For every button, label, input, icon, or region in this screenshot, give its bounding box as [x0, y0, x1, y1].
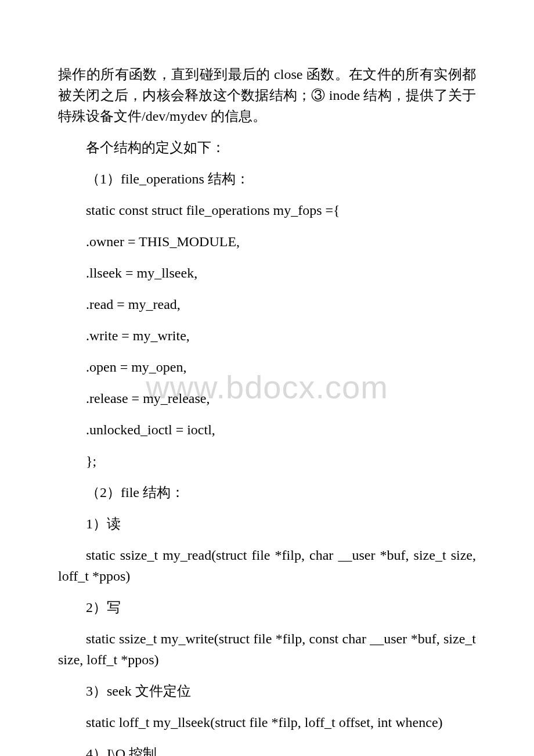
code-line: static ssize_t my_read(struct file *filp…	[58, 545, 476, 586]
code-line: static ssize_t my_write(struct file *fil…	[58, 628, 476, 670]
document-page: www.bdocx.com 操作的所有函数，直到碰到最后的 close 函数。在…	[0, 0, 534, 756]
code-text: static ssize_t my_write(struct file *fil…	[58, 631, 476, 667]
subheading: 1）读	[58, 513, 476, 534]
section-heading: （2）file 结构：	[58, 482, 476, 503]
code-line: .llseek = my_llseek,	[58, 262, 476, 283]
code-line: .release = my_release,	[58, 388, 476, 409]
subheading: 3）seek 文件定位	[58, 681, 476, 701]
code-line: .write = my_write,	[58, 325, 476, 346]
code-line: static loff_t my_llseek(struct file *fil…	[58, 712, 476, 733]
paragraph: 各个结构的定义如下：	[58, 137, 476, 158]
subheading: 4）I\O 控制	[58, 743, 476, 756]
code-line: static const struct file_operations my_f…	[58, 200, 476, 221]
subheading: 2）写	[58, 597, 476, 618]
code-text: static ssize_t my_read(struct file *filp…	[58, 548, 476, 584]
section-heading: （1）file_operations 结构：	[58, 168, 476, 189]
code-line: .owner = THIS_MODULE,	[58, 231, 476, 252]
code-line: .read = my_read,	[58, 294, 476, 315]
paragraph: 操作的所有函数，直到碰到最后的 close 函数。在文件的所有实例都被关闭之后，…	[58, 64, 476, 127]
document-body: 操作的所有函数，直到碰到最后的 close 函数。在文件的所有实例都被关闭之后，…	[58, 64, 476, 756]
code-line: };	[58, 451, 476, 471]
code-line: .open = my_open,	[58, 357, 476, 377]
code-line: .unlocked_ioctl = ioctl,	[58, 419, 476, 440]
